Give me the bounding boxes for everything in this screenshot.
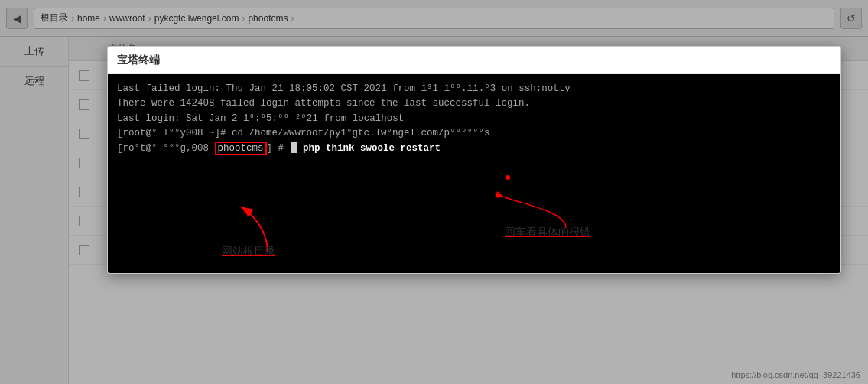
terminal-path-highlight: phootcms: [215, 142, 267, 155]
terminal-modal: 宝塔终端 Last failed login: Thu Jan 21 18:05…: [107, 46, 841, 274]
terminal-cursor: [291, 142, 297, 153]
terminal-title: 宝塔终端: [117, 54, 160, 67]
terminal-title-bar: 宝塔终端: [108, 47, 840, 74]
terminal-line-3: Last login: Sat Jan 2 1⁰:⁰5:⁰⁰ ²⁰21 from…: [117, 112, 831, 126]
terminal-line-5: [ro°t@° °°°g,008 phootcms] # php think s…: [117, 142, 831, 156]
terminal-line-2: There were 142408 failed login attempts …: [117, 96, 831, 111]
red-dot: [506, 175, 510, 180]
terminal-command: php think swoole restart: [297, 143, 441, 154]
terminal-line-1: Last failed login: Thu Jan 21 18:05:02 C…: [117, 82, 831, 96]
terminal-body[interactable]: Last failed login: Thu Jan 21 18:05:02 C…: [108, 74, 840, 273]
terminal-line-4: [root@° l°°y008 ~]# cd /home/wwwroot/py1…: [117, 126, 831, 141]
